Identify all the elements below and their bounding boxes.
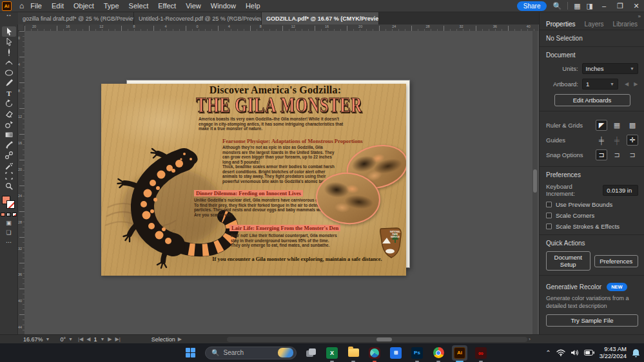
share-button[interactable]: Share	[517, 1, 547, 11]
tab-libraries[interactable]: Libraries	[613, 21, 638, 28]
gradient-tool[interactable]	[2, 129, 16, 140]
pen-tool[interactable]	[2, 47, 16, 57]
preferences-button[interactable]: Preferences	[594, 255, 639, 267]
screen-mode-icon[interactable]: ❏	[6, 229, 11, 236]
start-button[interactable]	[186, 348, 196, 358]
eyedropper-tool[interactable]	[2, 140, 16, 150]
vertical-scrollbar[interactable]	[532, 31, 538, 334]
stroke-none-swatch[interactable]	[6, 200, 15, 209]
menu-item[interactable]: Type	[104, 2, 119, 10]
snap-to-point-icon[interactable]: ⊐	[627, 149, 638, 160]
ruler-origin-corner[interactable]	[18, 24, 24, 31]
last-artboard-icon[interactable]: ▶|	[115, 336, 121, 342]
wifi-icon[interactable]	[556, 349, 565, 356]
search-highlight-icon[interactable]	[278, 348, 293, 357]
menu-item[interactable]: Edit	[52, 2, 64, 10]
illustrator-app-icon[interactable]: Ai	[2, 1, 12, 11]
units-dropdown[interactable]: Inches▼	[582, 63, 638, 74]
none-chip[interactable]	[12, 213, 17, 216]
edit-artboards-button[interactable]: Edit Artboards	[554, 94, 630, 106]
chrome-app-icon[interactable]	[431, 345, 446, 361]
previous-artboard-icon[interactable]: ◀	[86, 336, 90, 342]
type-tool[interactable]: T	[2, 88, 16, 99]
battery-icon[interactable]	[584, 350, 594, 356]
status-menu-icon[interactable]: ▶	[178, 336, 182, 342]
checkbox[interactable]	[546, 202, 552, 207]
clock[interactable]: 9:43 AM 3/22/2024	[600, 346, 627, 360]
menu-item[interactable]: Effect	[158, 2, 176, 10]
shape-builder-tool[interactable]	[2, 119, 16, 129]
horizontal-scrollbar[interactable]	[227, 337, 527, 342]
menu-item[interactable]: File	[30, 2, 42, 10]
menu-item[interactable]: Object	[73, 2, 94, 10]
snap-to-pixel-icon[interactable]: ⊐	[611, 149, 623, 160]
try-sample-file-button[interactable]: Try Sample File	[546, 314, 638, 327]
zoom-tool[interactable]	[2, 181, 16, 191]
document-tab-1[interactable]: gozilla final draft.pdf* @ 25 % (RGB/Pre…	[18, 12, 134, 24]
edit-toolbar-icon[interactable]: ⋯	[6, 239, 12, 245]
show-grid-icon[interactable]: ▦	[611, 120, 623, 131]
speaker-icon[interactable]	[571, 349, 579, 356]
checkbox[interactable]	[546, 224, 552, 229]
smart-guides-icon[interactable]: ✛	[627, 135, 638, 146]
restore-button[interactable]: ❐	[615, 2, 625, 10]
scroll-right-icon[interactable]: ›	[529, 336, 531, 342]
artboard-number[interactable]: 1	[93, 336, 97, 343]
tray-chevron-icon[interactable]: ⌃	[545, 349, 551, 356]
poster-artwork[interactable]: Discover America's Godzilla: THE GILA MO…	[101, 84, 406, 276]
notification-bell-icon[interactable]	[632, 348, 640, 357]
horizontal-ruler[interactable]: 201612840481216202428323640	[24, 24, 538, 31]
document-setup-button[interactable]: Document Setup	[546, 251, 590, 271]
tab-layers[interactable]: Layers	[585, 21, 604, 28]
toolbar-drag-handle[interactable]: ••	[0, 12, 18, 24]
home-icon[interactable]: ⌂	[19, 1, 24, 10]
snap-to-grid-icon[interactable]: ⊐	[596, 149, 607, 160]
symbol-sprayer-tool[interactable]	[2, 160, 16, 171]
photoshop-app-icon[interactable]: Ps	[409, 345, 425, 361]
menu-item[interactable]: Window	[211, 2, 236, 10]
vertical-ruler[interactable]: 048121620242832364044	[18, 31, 24, 334]
vertical-scrollbar-thumb[interactable]	[533, 169, 537, 193]
file-explorer-app-icon[interactable]	[346, 345, 361, 361]
checkbox[interactable]	[546, 213, 552, 218]
show-transparency-grid-icon[interactable]: ▩	[627, 120, 638, 131]
canvas-area[interactable]: Discover America's Godzilla: THE GILA MO…	[24, 31, 538, 334]
checkbox-row[interactable]: Use Preview Bounds	[546, 201, 638, 208]
menu-item[interactable]: Help	[246, 2, 260, 10]
checkbox-row[interactable]: Scale Corners	[546, 212, 638, 219]
rotation-dropdown[interactable]: 0°▼	[55, 336, 78, 343]
eraser-tool[interactable]	[2, 109, 16, 119]
curvature-tool[interactable]	[2, 57, 16, 68]
show-rulers-icon[interactable]: ◤	[596, 120, 607, 131]
workspace-switcher-icon[interactable]: ◨	[587, 2, 593, 10]
rotate-tool[interactable]	[2, 99, 16, 109]
gradient-chip[interactable]	[6, 213, 11, 216]
prev-artboard-icon[interactable]: ◀	[625, 81, 629, 87]
paintbrush-tool[interactable]	[2, 78, 16, 88]
document-tab-2[interactable]: Untitled-1-Recovered.pdf @ 25 % (RGB/Pre…	[134, 12, 262, 24]
artboard-tool[interactable]	[2, 171, 16, 181]
search-icon[interactable]: 🔍	[552, 2, 561, 10]
artboard-dropdown[interactable]: 1▼	[582, 79, 618, 90]
first-artboard-icon[interactable]: |◀	[78, 336, 83, 342]
lock-guides-icon[interactable]: ╪	[611, 135, 623, 146]
fill-stroke-swatches[interactable]	[1, 195, 17, 211]
microsoft-store-app-icon[interactable]: ⊞	[388, 345, 404, 361]
horizontal-scrollbar-thumb[interactable]	[376, 338, 392, 341]
illustrator-app-taskbar-icon[interactable]: Ai	[452, 345, 467, 361]
direct-selection-tool[interactable]	[2, 37, 16, 47]
minimize-button[interactable]: –	[599, 2, 609, 10]
tab-properties[interactable]: Properties	[546, 21, 576, 28]
taskbar-search-box[interactable]: 🔍 Search	[205, 347, 297, 359]
keyboard-increment-field[interactable]: 0.0139 in	[603, 185, 638, 196]
zoom-level-dropdown[interactable]: 16.67%▼	[18, 336, 55, 343]
excel-app-icon[interactable]: X	[324, 345, 340, 361]
arrange-documents-icon[interactable]: ▦	[574, 2, 580, 10]
close-button[interactable]: ✕	[631, 2, 641, 10]
edge-app-icon[interactable]	[367, 345, 382, 361]
menu-item[interactable]: Select	[129, 2, 149, 10]
ellipse-tool[interactable]	[2, 68, 16, 78]
task-view-button[interactable]	[303, 345, 318, 361]
color-chip[interactable]	[1, 213, 5, 216]
checkbox-row[interactable]: Scale Strokes & Effects	[546, 223, 638, 230]
